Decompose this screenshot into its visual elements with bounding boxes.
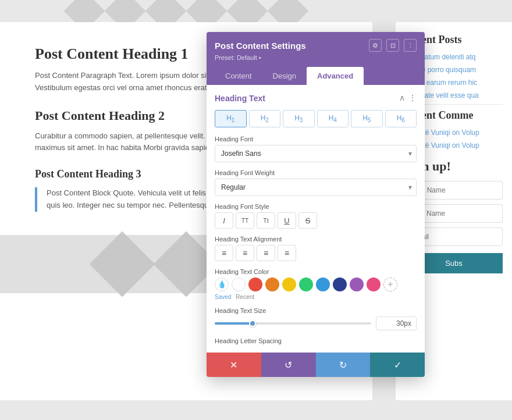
- align-justify-btn[interactable]: ≡: [278, 245, 296, 261]
- reset-button[interactable]: ↺: [261, 353, 316, 377]
- size-slider-thumb[interactable]: [249, 320, 256, 327]
- panel-preset: Preset: Default •: [215, 54, 417, 61]
- capitalize-btn[interactable]: Tt: [257, 212, 275, 229]
- settings-panel: Post Content Settings ⚙ ⊡ ⋮ Preset: Defa…: [207, 32, 425, 377]
- color-white[interactable]: [232, 277, 246, 291]
- h3-button[interactable]: H3: [283, 110, 315, 127]
- heading-weight-select[interactable]: Regular: [215, 179, 417, 196]
- heading-color-label: Heading Text Color: [215, 268, 417, 275]
- heading-alignment-label: Heading Text Alignment: [215, 236, 417, 243]
- h2-button[interactable]: H2: [249, 110, 281, 127]
- color-swatches: 💧 +: [215, 277, 417, 291]
- h6-button[interactable]: H6: [385, 110, 417, 127]
- panel-header: Post Content Settings ⚙ ⊡ ⋮ Preset: Defa…: [207, 32, 425, 85]
- heading-style-row: Heading Font Style I TT Tt U S: [215, 203, 417, 229]
- slider-row: 30px: [215, 316, 417, 330]
- heading-style-label: Heading Font Style: [215, 203, 417, 210]
- size-slider-fill: [215, 322, 254, 325]
- size-slider-track[interactable]: [215, 322, 371, 325]
- align-left-btn[interactable]: ≡: [215, 245, 233, 261]
- uppercase-btn[interactable]: TT: [236, 212, 254, 229]
- redo-button[interactable]: ↻: [316, 353, 371, 377]
- style-buttons: I TT Tt U S: [215, 212, 417, 229]
- color-purple[interactable]: [350, 277, 364, 291]
- saved-recent: Saved Recent: [215, 294, 417, 300]
- italic-btn[interactable]: I: [215, 212, 233, 229]
- heading-size-label: Heading Text Size: [215, 307, 417, 314]
- heading-alignment-row: Heading Text Alignment ≡ ≡ ≡ ≡: [215, 236, 417, 261]
- panel-expand-icon[interactable]: ⊡: [386, 39, 399, 52]
- panel-title: Post Content Settings: [215, 41, 306, 51]
- panel-more-icon[interactable]: ⋮: [404, 39, 417, 52]
- eyedropper-btn[interactable]: 💧: [215, 277, 229, 291]
- color-blue[interactable]: [316, 277, 330, 291]
- heading-spacing-label: Heading Letter Spacing: [215, 337, 417, 344]
- color-green[interactable]: [299, 277, 313, 291]
- add-color-btn[interactable]: +: [383, 277, 397, 291]
- panel-settings-icon[interactable]: ⚙: [369, 39, 382, 52]
- color-orange[interactable]: [265, 277, 279, 291]
- heading-weight-select-wrapper: Regular: [215, 179, 417, 196]
- strikethrough-btn[interactable]: S: [298, 212, 317, 229]
- heading-font-select-wrapper: Josefin Sans: [215, 145, 417, 162]
- heading-font-select[interactable]: Josefin Sans: [215, 145, 417, 162]
- bottom-diamond-1: [89, 231, 155, 297]
- heading-font-row: Heading Font Josefin Sans: [215, 136, 417, 162]
- heading-buttons: H1 H2 H3 H4 H5 H6: [215, 110, 417, 127]
- color-yellow[interactable]: [282, 277, 296, 291]
- tab-advanced[interactable]: Advanced: [307, 67, 364, 85]
- panel-header-icons: ⚙ ⊡ ⋮: [369, 39, 417, 52]
- heading-size-row: Heading Text Size 30px: [215, 307, 417, 330]
- section-header: Heading Text ∧ ⋮: [215, 93, 417, 103]
- color-coral[interactable]: [367, 277, 381, 291]
- panel-body: Heading Text ∧ ⋮ H1 H2 H3 H4 H5 H6 Headi…: [207, 85, 425, 353]
- h5-button[interactable]: H5: [351, 110, 383, 127]
- heading-spacing-row: Heading Letter Spacing: [215, 337, 417, 344]
- heading-weight-row: Heading Font Weight Regular: [215, 169, 417, 196]
- heading-font-label: Heading Font: [215, 136, 417, 143]
- cancel-button[interactable]: ✕: [207, 353, 261, 377]
- color-dark-blue[interactable]: [333, 277, 347, 291]
- align-center-btn[interactable]: ≡: [236, 245, 254, 261]
- h4-button[interactable]: H4: [317, 110, 349, 127]
- heading-color-row: Heading Text Color 💧 + Saved Recent: [215, 268, 417, 300]
- collapse-icon[interactable]: ∧: [399, 93, 405, 103]
- recent-label: Recent: [236, 294, 254, 300]
- align-buttons: ≡ ≡ ≡ ≡: [215, 245, 417, 261]
- h1-button[interactable]: H1: [215, 110, 247, 127]
- save-button[interactable]: ✓: [370, 353, 425, 377]
- tab-content[interactable]: Content: [215, 67, 262, 85]
- color-red[interactable]: [248, 277, 262, 291]
- section-icons: ∧ ⋮: [399, 93, 417, 103]
- underline-btn[interactable]: U: [278, 212, 296, 229]
- section-menu-icon[interactable]: ⋮: [408, 93, 417, 103]
- tab-design[interactable]: Design: [262, 67, 307, 85]
- heading-weight-label: Heading Font Weight: [215, 169, 417, 176]
- panel-actions: ✕ ↺ ↻ ✓: [207, 353, 425, 377]
- align-right-btn[interactable]: ≡: [257, 245, 275, 261]
- top-strip: [0, 0, 372, 22]
- panel-header-top: Post Content Settings ⚙ ⊡ ⋮: [215, 39, 417, 52]
- saved-label: Saved: [215, 294, 231, 300]
- size-value-input[interactable]: 30px: [376, 316, 417, 330]
- panel-tabs: Content Design Advanced: [215, 67, 417, 85]
- section-title: Heading Text: [215, 94, 265, 103]
